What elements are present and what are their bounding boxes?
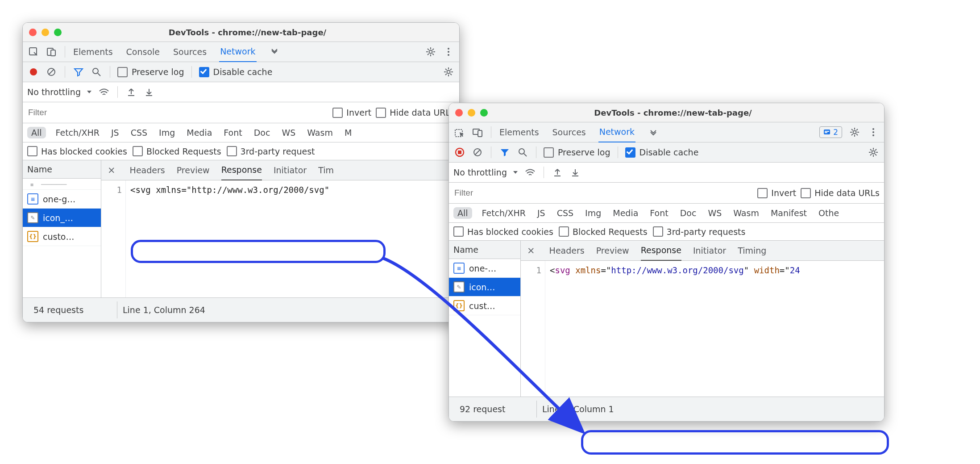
filter-truncated[interactable]: M [343,127,353,138]
filter-js[interactable]: JS [536,207,547,219]
tab-sources[interactable]: Sources [552,122,587,142]
list-item[interactable]: {}cust… [449,297,520,315]
record-icon[interactable] [27,66,40,78]
close-icon[interactable] [455,109,463,117]
disable-cache-checkbox[interactable]: Disable cache [199,67,273,77]
tab-timing[interactable]: Tim [318,160,334,180]
clear-icon[interactable] [45,66,58,78]
filter-img[interactable]: Img [157,127,177,138]
tab-elements[interactable]: Elements [72,42,114,62]
filter-font[interactable]: Font [222,127,244,138]
filter-icon[interactable] [72,66,85,78]
tab-console[interactable]: Console [125,42,161,62]
upload-icon[interactable] [551,166,564,179]
filter-wasm[interactable]: Wasm [305,127,335,138]
tab-response[interactable]: Response [221,160,262,181]
filter-fetchxhr[interactable]: Fetch/XHR [54,127,101,138]
close-icon[interactable] [29,29,37,36]
tab-initiator[interactable]: Initiator [274,160,307,180]
name-header[interactable]: Name [23,160,101,179]
invert-checkbox[interactable]: Invert [757,188,796,198]
gear-icon[interactable] [442,66,455,78]
filter-fetchxhr[interactable]: Fetch/XHR [480,207,527,219]
blocked-requests-checkbox[interactable]: Blocked Requests [559,226,648,237]
kebab-menu-icon[interactable] [867,126,880,138]
tab-response[interactable]: Response [641,241,681,261]
tab-initiator[interactable]: Initiator [693,241,726,260]
wifi-icon[interactable] [98,86,110,98]
zoom-icon[interactable] [480,109,488,117]
filter-font[interactable]: Font [648,207,670,219]
filter-manifest[interactable]: Manifest [769,207,809,219]
filter-js[interactable]: JS [109,127,121,138]
kebab-menu-icon[interactable] [442,46,455,58]
throttling-select[interactable]: No throttling [453,167,519,177]
upload-icon[interactable] [125,86,137,98]
gear-icon[interactable] [848,126,861,138]
more-tabs-icon[interactable] [268,46,281,58]
titlebar[interactable]: DevTools - chrome://new-tab-page/ [449,103,884,122]
filter-ws[interactable]: WS [280,127,297,138]
filter-input[interactable] [453,185,753,201]
search-icon[interactable] [516,146,529,159]
minimize-icon[interactable] [42,29,49,36]
filter-img[interactable]: Img [583,207,603,219]
zoom-icon[interactable] [54,29,62,36]
invert-checkbox[interactable]: Invert [332,108,371,118]
tab-headers[interactable]: Headers [130,160,165,180]
inspect-element-icon[interactable] [453,126,466,138]
throttling-select[interactable]: No throttling [27,87,92,97]
preserve-log-checkbox[interactable]: Preserve log [544,147,610,158]
tab-preview[interactable]: Preview [177,160,210,180]
filter-media[interactable]: Media [611,207,640,219]
hide-data-urls-checkbox[interactable]: Hide data URLs [376,108,455,118]
tab-network[interactable]: Network [598,122,635,143]
tab-network[interactable]: Network [219,42,256,63]
more-tabs-icon[interactable] [647,126,660,138]
disable-cache-checkbox[interactable]: Disable cache [625,147,699,158]
wifi-icon[interactable] [524,166,536,179]
titlebar[interactable]: DevTools - chrome://new-tab-page/ [23,23,459,42]
inspect-element-icon[interactable] [27,46,40,58]
tab-preview[interactable]: Preview [596,241,629,260]
record-icon[interactable] [453,146,466,159]
filter-all[interactable]: All [27,127,46,138]
third-party-checkbox[interactable]: 3rd-party requests [653,226,746,237]
filter-input[interactable] [27,105,328,120]
response-body[interactable]: 1 <svg xmlns="http://www.w3.org/2000/svg… [521,261,884,397]
list-item[interactable]: ▪───── [23,179,101,190]
blocked-requests-checkbox[interactable]: Blocked Requests [133,146,221,156]
tab-elements[interactable]: Elements [498,122,540,142]
download-icon[interactable] [569,166,581,179]
filter-doc[interactable]: Doc [252,127,272,138]
list-item[interactable]: ≡one-… [449,259,520,278]
filter-media[interactable]: Media [185,127,214,138]
filter-css[interactable]: CSS [555,207,575,219]
filter-doc[interactable]: Doc [678,207,698,219]
list-item[interactable]: ✎icon… [449,278,520,297]
filter-css[interactable]: CSS [129,127,149,138]
name-header[interactable]: Name [449,241,520,259]
issues-badge[interactable]: 2 [819,126,842,138]
close-detail-icon[interactable]: × [527,245,535,256]
has-blocked-cookies-checkbox[interactable]: Has blocked cookies [453,226,553,237]
minimize-icon[interactable] [468,109,475,117]
list-item[interactable]: ✎icon_… [23,209,101,227]
gear-icon[interactable] [424,46,437,58]
preserve-log-checkbox[interactable]: Preserve log [117,67,184,77]
device-toggle-icon[interactable] [471,126,484,138]
filter-other[interactable]: Othe [817,207,841,219]
filter-all[interactable]: All [453,207,472,219]
list-item[interactable]: ≡one-g… [23,190,101,209]
filter-icon[interactable] [498,146,511,159]
tab-timing[interactable]: Timing [738,241,766,260]
third-party-checkbox[interactable]: 3rd-party request [227,146,315,156]
search-icon[interactable] [90,66,103,78]
device-toggle-icon[interactable] [45,46,58,58]
download-icon[interactable] [143,86,155,98]
tab-sources[interactable]: Sources [172,42,208,62]
has-blocked-cookies-checkbox[interactable]: Has blocked cookies [27,146,127,156]
gear-icon[interactable] [867,146,880,159]
tab-headers[interactable]: Headers [549,241,585,260]
list-item[interactable]: {}custo… [23,227,101,246]
